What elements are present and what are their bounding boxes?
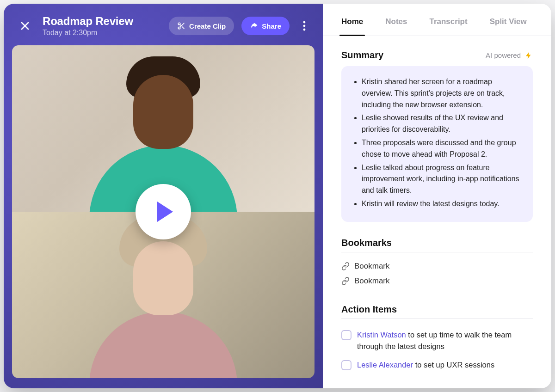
action-item-text: Leslie Alexander to set up UXR sessions [357, 359, 494, 371]
link-icon [341, 277, 350, 285]
more-menu-button[interactable] [297, 17, 312, 35]
bookmarks-title: Bookmarks [341, 238, 533, 248]
ai-powered-label: AI powered [486, 51, 521, 59]
action-item-body: to set up UXR sessions [413, 361, 494, 369]
action-items-section: Action Items Kristin Watson to set up ti… [341, 304, 533, 374]
svg-line-6 [180, 24, 181, 26]
close-icon [19, 20, 31, 31]
meeting-title: Roadmap Review [43, 15, 133, 28]
summary-header: Summary AI powered [341, 50, 533, 61]
tab-split-view[interactable]: Split View [490, 17, 527, 36]
svg-point-8 [303, 25, 306, 27]
lightning-icon [524, 51, 533, 60]
summary-title: Summary [341, 50, 383, 61]
bookmark-item[interactable]: Bookmark [341, 274, 533, 288]
summary-item: Leslie showed results of the UX review a… [362, 112, 521, 135]
action-item: Kristin Watson to set up time to walk th… [341, 325, 533, 356]
info-panel: Home Notes Transcript Split View Summary… [323, 4, 551, 388]
title-block: Roadmap Review Today at 2:30pm [43, 15, 133, 37]
action-item: Leslie Alexander to set up UXR sessions [341, 355, 533, 374]
summary-item: Kristin shared her screen for a roadmap … [362, 76, 521, 110]
create-clip-label: Create Clip [189, 22, 226, 30]
video-panel: Roadmap Review Today at 2:30pm Create Cl… [4, 4, 323, 388]
action-item-checkbox[interactable] [341, 360, 352, 370]
bookmark-label: Bookmark [354, 276, 390, 286]
mention[interactable]: Leslie Alexander [357, 361, 413, 369]
more-vertical-icon [303, 21, 306, 31]
video-header: Roadmap Review Today at 2:30pm Create Cl… [12, 12, 314, 45]
action-item-checkbox[interactable] [341, 330, 352, 340]
mention[interactable]: Kristin Watson [357, 331, 406, 339]
scissors-icon [177, 22, 185, 30]
share-button[interactable]: Share [241, 17, 290, 35]
tab-notes[interactable]: Notes [385, 17, 407, 36]
tab-home[interactable]: Home [341, 17, 363, 36]
svg-line-5 [182, 27, 184, 29]
app-window: Roadmap Review Today at 2:30pm Create Cl… [4, 4, 551, 388]
participant-avatar [89, 241, 237, 378]
action-item-text: Kristin Watson to set up time to walk th… [357, 329, 533, 352]
bookmark-item[interactable]: Bookmark [341, 259, 533, 274]
share-arrow-icon [250, 22, 258, 30]
video-stack [12, 45, 314, 378]
play-button[interactable] [136, 184, 191, 239]
divider [341, 252, 533, 252]
bookmarks-section: Bookmarks Bookmark Bookmark [341, 238, 533, 288]
summary-list: Kristin shared her screen for a roadmap … [352, 76, 521, 210]
meeting-time: Today at 2:30pm [43, 29, 133, 37]
bookmark-label: Bookmark [354, 262, 390, 271]
close-button[interactable] [15, 16, 35, 36]
play-icon [157, 202, 173, 222]
link-icon [341, 262, 350, 270]
panel-body: Summary AI powered Kristin shared her sc… [323, 36, 551, 388]
summary-item: Leslie talked about progress on feature … [362, 162, 521, 196]
ai-powered-badge: AI powered [486, 51, 533, 60]
divider [341, 318, 533, 319]
svg-point-9 [303, 29, 306, 31]
share-label: Share [262, 22, 281, 30]
tab-transcript[interactable]: Transcript [429, 17, 467, 36]
summary-card: Kristin shared her screen for a roadmap … [341, 66, 533, 222]
tab-bar: Home Notes Transcript Split View [323, 4, 551, 36]
svg-point-7 [303, 21, 306, 24]
action-items-title: Action Items [341, 304, 533, 315]
summary-item: Three proposals were discussed and the g… [362, 137, 521, 160]
create-clip-button[interactable]: Create Clip [169, 17, 234, 35]
summary-item: Kristin will review the latest designs t… [362, 198, 521, 210]
